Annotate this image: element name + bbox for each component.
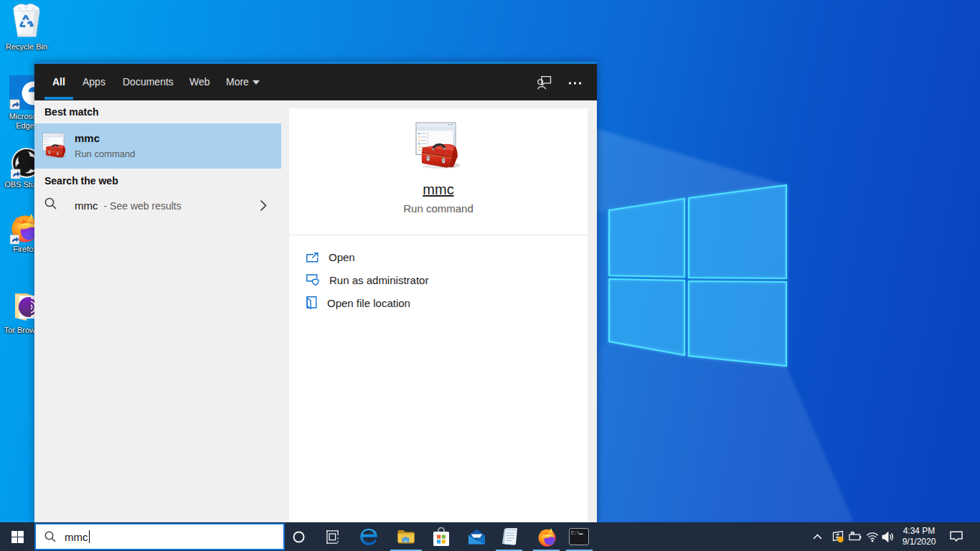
- svg-text:C:\: C:\: [571, 531, 580, 536]
